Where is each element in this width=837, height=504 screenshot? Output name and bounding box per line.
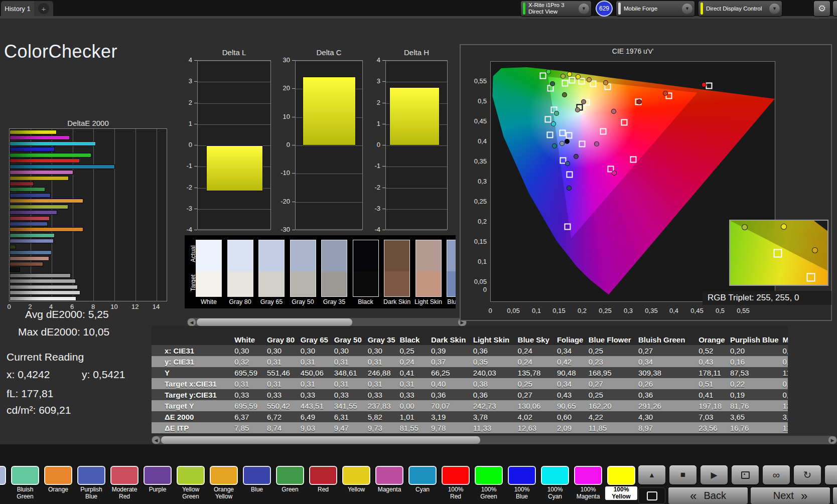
table-cell: 0,25 <box>589 345 638 356</box>
gridline <box>386 82 447 82</box>
chevron-down-icon[interactable]: ▼ <box>682 4 692 14</box>
tick <box>382 188 385 188</box>
play-button[interactable]: ▶ <box>701 465 728 484</box>
delta_l-chart <box>197 60 271 230</box>
de-bar-blue-sky[interactable] <box>10 250 52 255</box>
table-scrollbar[interactable]: ◀ ▶ <box>152 436 837 444</box>
de-bar-moderate-red[interactable] <box>10 216 50 221</box>
workflow-dropdown[interactable]: Mobile Forge ▼ <box>616 1 694 16</box>
swatch-white[interactable] <box>196 240 222 297</box>
rgb-triplet-readout: RGB Triplet: 255, 255, 0 <box>703 291 831 305</box>
de-bar-foliage[interactable] <box>10 245 16 249</box>
de-bar-100-red[interactable] <box>10 158 80 163</box>
display-control-dropdown[interactable]: Direct Display Control ▼ <box>699 1 782 16</box>
settings-button[interactable]: ⚙ <box>814 1 830 16</box>
new-tab-button[interactable]: + <box>34 1 53 16</box>
de-bar-100-yellow[interactable] <box>10 130 57 134</box>
chevron-down-icon[interactable]: ▼ <box>579 4 589 14</box>
de-bar-green[interactable] <box>10 187 45 192</box>
patch-window-button[interactable] <box>638 487 665 504</box>
actual-marker <box>581 99 586 104</box>
table-scrollbar-thumb[interactable] <box>161 436 480 444</box>
de-bar-yellow-green[interactable] <box>10 205 68 209</box>
meter-dropdown[interactable]: X-Rite i1Pro 3 Direct View ▼ <box>521 1 591 16</box>
swatch-scrollbar[interactable]: ◀ ▶ <box>187 318 467 326</box>
tab-history-1[interactable]: History 1 <box>1 1 34 16</box>
scroll-up-button[interactable]: ▲ <box>638 465 665 484</box>
scroll-right-button[interactable]: ▶ <box>828 436 836 444</box>
table-cell: 8,97 <box>638 422 699 433</box>
de-bar-blue-flower[interactable] <box>10 239 54 243</box>
infinity-icon: ∞ <box>773 469 780 481</box>
swatch-scrollbar-thumb[interactable] <box>197 318 352 326</box>
swatch-dark-skin[interactable] <box>384 240 410 297</box>
cie-x-tick: 0,5 <box>710 307 730 314</box>
cie-x-tick: 0,1 <box>526 307 546 314</box>
de-bar-gray-50[interactable] <box>10 279 76 283</box>
de-bar-black[interactable] <box>10 267 20 272</box>
table-cell: 11,38 <box>782 422 788 433</box>
measurement-count-badge[interactable]: 629 <box>596 1 613 17</box>
target-marker <box>539 72 546 79</box>
tick <box>194 145 197 145</box>
tick <box>292 230 295 230</box>
back-button[interactable]: « Back <box>668 487 748 504</box>
swatch-light-skin[interactable] <box>415 240 442 297</box>
de-bar-magenta[interactable] <box>10 170 73 175</box>
cie-zoom-inset[interactable] <box>729 220 828 286</box>
de-bar-blue[interactable] <box>10 193 51 198</box>
next-button[interactable]: Next » <box>751 487 830 504</box>
de-bar-yellow[interactable] <box>10 176 69 181</box>
de-bar-cyan[interactable] <box>10 164 115 169</box>
patch-color <box>44 466 72 485</box>
de-bar-orange[interactable] <box>10 227 83 232</box>
swatch-black[interactable] <box>353 240 379 297</box>
de-bar-purple[interactable] <box>10 210 57 215</box>
stop-button[interactable]: ■ <box>669 465 696 484</box>
table-cell: 450,06 <box>301 367 334 378</box>
table-cell: 130,06 <box>518 400 557 411</box>
de-bar-bluish-green[interactable] <box>10 233 55 238</box>
refresh-icon: ↻ <box>803 469 812 481</box>
scroll-left-button[interactable]: ◀ <box>152 436 160 444</box>
de-bar-100-blue[interactable] <box>10 147 55 151</box>
de-bar-gray-35[interactable] <box>10 273 71 278</box>
more-button[interactable] <box>825 465 837 484</box>
swatch-gray-35[interactable] <box>321 240 347 297</box>
loop-button[interactable]: ∞ <box>763 465 790 484</box>
de-bar-white[interactable] <box>10 296 76 301</box>
y-tick-label: -10 <box>272 169 290 177</box>
column-header-bluish-green: Bluish Green <box>638 326 699 345</box>
patch-label: Cyan <box>406 486 439 493</box>
de-bar-red[interactable] <box>10 182 34 186</box>
refresh-button[interactable]: ↻ <box>794 465 821 484</box>
chevron-down-icon[interactable]: ▼ <box>769 4 780 14</box>
swatch-gray-80[interactable] <box>227 240 253 297</box>
patch-color <box>375 466 403 485</box>
de-bar-gray-80[interactable] <box>10 290 80 295</box>
patch-target-button[interactable] <box>732 465 759 484</box>
swatch-gray-50[interactable] <box>290 240 316 297</box>
patch-label: Orange <box>42 486 74 493</box>
de-bar-100-cyan[interactable] <box>10 141 96 146</box>
de-bar-100-magenta[interactable] <box>10 135 70 140</box>
de-bar-orange-yellow[interactable] <box>10 199 83 203</box>
de-bar-purplish-blue[interactable] <box>10 222 48 226</box>
patch-window-icon <box>647 491 657 500</box>
table-cell: 7,85 <box>234 422 267 433</box>
scroll-left-button[interactable]: ◀ <box>188 318 196 326</box>
de-bar-gray-65[interactable] <box>10 285 78 289</box>
top-bar-divider <box>0 16 837 19</box>
gridline <box>386 188 447 189</box>
tick <box>382 230 385 230</box>
app-window: History 1 + X-Rite i1Pro 3 Direct View ▼… <box>0 0 837 504</box>
de-bar-light-skin[interactable] <box>10 256 49 261</box>
swatch-gray-65[interactable] <box>258 240 285 297</box>
scroll-patches-right-button[interactable] <box>833 487 837 504</box>
collapse-panel-button[interactable]: ◀ <box>833 1 837 16</box>
swatch-blue-sky[interactable] <box>447 240 456 297</box>
de-bar-dark-skin[interactable] <box>10 262 43 266</box>
de-bar-100-green[interactable] <box>10 153 91 157</box>
column-header-blue-flower: Blue Flower <box>589 326 638 345</box>
y-tick-label: 30 <box>272 56 290 64</box>
